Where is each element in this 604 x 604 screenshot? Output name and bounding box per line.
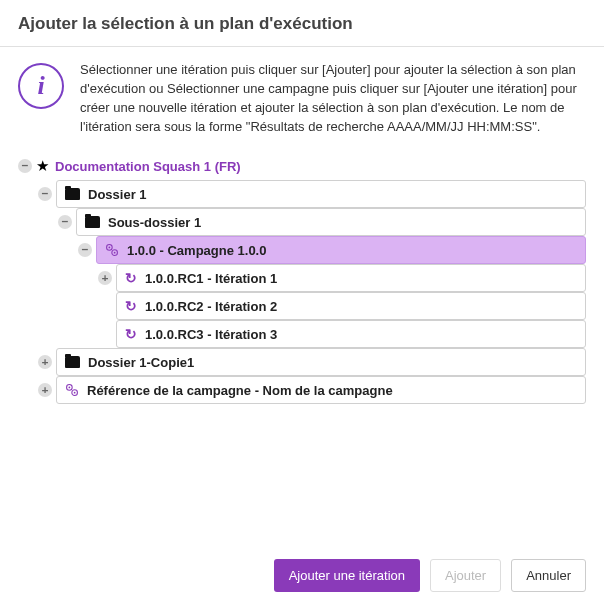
tree-node-folder[interactable]: − Sous-dossier 1 xyxy=(18,208,586,236)
node-label: Référence de la campagne - Nom de la cam… xyxy=(87,383,393,398)
tree-root-row[interactable]: − ★ Documentation Squash 1 (FR) xyxy=(18,152,586,180)
iteration-icon: ↻ xyxy=(125,270,137,286)
dialog-title: Ajouter la sélection à un plan d'exécuti… xyxy=(18,14,586,34)
tree: − ★ Documentation Squash 1 (FR) − Dossie… xyxy=(18,152,586,404)
folder-icon xyxy=(65,356,80,368)
node-label: Sous-dossier 1 xyxy=(108,215,201,230)
expand-icon[interactable]: + xyxy=(38,355,52,369)
svg-point-7 xyxy=(74,392,76,394)
expand-icon[interactable]: + xyxy=(38,383,52,397)
tree-node-iteration[interactable]: + ↻ 1.0.0.RC1 - Itération 1 xyxy=(18,264,586,292)
add-button: Ajouter xyxy=(430,559,501,592)
tree-node-campaign[interactable]: − 1.0.0 - Campagne 1.0.0 xyxy=(18,236,586,264)
add-to-execution-plan-dialog: Ajouter la sélection à un plan d'exécuti… xyxy=(0,0,604,604)
campaign-icon xyxy=(105,243,119,257)
svg-point-5 xyxy=(69,387,71,389)
node-label: 1.0.0.RC1 - Itération 1 xyxy=(145,271,277,286)
campaign-icon xyxy=(65,383,79,397)
tree-node-folder[interactable]: − Dossier 1 xyxy=(18,180,586,208)
info-row: i Sélectionner une itération puis clique… xyxy=(18,61,586,136)
node-label: Dossier 1 xyxy=(88,187,147,202)
info-icon: i xyxy=(18,63,64,109)
node-label: 1.0.0.RC3 - Itération 3 xyxy=(145,327,277,342)
node-label: 1.0.0 - Campagne 1.0.0 xyxy=(127,243,266,258)
collapse-icon[interactable]: − xyxy=(78,243,92,257)
expand-icon[interactable]: + xyxy=(98,271,112,285)
collapse-icon[interactable]: − xyxy=(38,187,52,201)
folder-icon xyxy=(85,216,100,228)
dialog-header: Ajouter la sélection à un plan d'exécuti… xyxy=(0,0,604,47)
svg-point-1 xyxy=(109,247,111,249)
dialog-footer: Ajouter une itération Ajouter Annuler xyxy=(0,546,604,604)
tree-node-iteration[interactable]: ↻ 1.0.0.RC3 - Itération 3 xyxy=(18,320,586,348)
node-label: 1.0.0.RC2 - Itération 2 xyxy=(145,299,277,314)
tree-node-iteration[interactable]: ↻ 1.0.0.RC2 - Itération 2 xyxy=(18,292,586,320)
info-text: Sélectionner une itération puis cliquer … xyxy=(80,61,586,136)
folder-icon xyxy=(65,188,80,200)
tree-node-folder[interactable]: + Dossier 1-Copie1 xyxy=(18,348,586,376)
tree-node-campaign[interactable]: + Référence de la campagne - Nom de la c… xyxy=(18,376,586,404)
dialog-body: i Sélectionner une itération puis clique… xyxy=(0,47,604,546)
tree-root-label: Documentation Squash 1 (FR) xyxy=(55,159,241,174)
svg-point-3 xyxy=(114,252,116,254)
iteration-icon: ↻ xyxy=(125,326,137,342)
selected-node[interactable]: 1.0.0 - Campagne 1.0.0 xyxy=(96,236,586,264)
iteration-icon: ↻ xyxy=(125,298,137,314)
star-icon: ★ xyxy=(36,157,49,175)
collapse-icon[interactable]: − xyxy=(58,215,72,229)
add-iteration-button[interactable]: Ajouter une itération xyxy=(274,559,420,592)
cancel-button[interactable]: Annuler xyxy=(511,559,586,592)
collapse-icon[interactable]: − xyxy=(18,159,32,173)
node-label: Dossier 1-Copie1 xyxy=(88,355,194,370)
